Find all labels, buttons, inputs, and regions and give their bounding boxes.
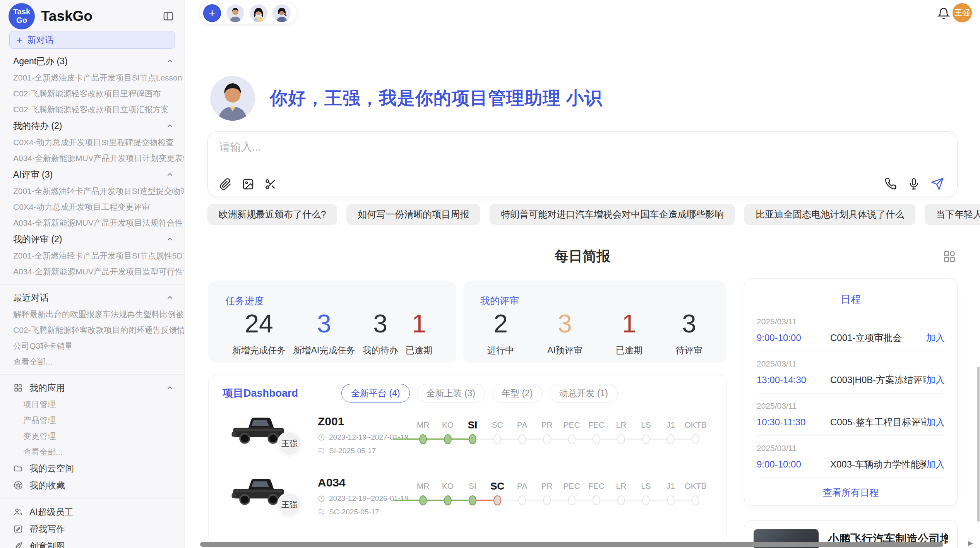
- list-item[interactable]: C0X4-动力总成开发项目工程变更评审: [0, 199, 184, 215]
- dashboard-title: 项目Dashboard: [223, 386, 298, 400]
- join-button[interactable]: 加入: [926, 458, 945, 471]
- list-item[interactable]: A034-全新新能源MUV产品开发项目造型可行性评审: [0, 264, 184, 279]
- vertical-scrollbar[interactable]: [977, 367, 980, 522]
- milestone-dot: [419, 434, 427, 444]
- view-all-recent[interactable]: 查看全部...: [0, 354, 184, 370]
- tab-all-new-platform[interactable]: 全新平台 (4): [341, 384, 410, 402]
- scroll-right-arrow[interactable]: ▶: [968, 539, 973, 547]
- collapse-sidebar-icon[interactable]: [163, 10, 174, 22]
- image-icon[interactable]: [242, 178, 254, 190]
- event-title: C001-立项审批会: [830, 332, 926, 344]
- view-all-schedule[interactable]: 查看所有日程: [757, 478, 945, 499]
- section-header-my-review[interactable]: 我的评审 (2): [0, 231, 184, 248]
- sidebar-item-my-apps[interactable]: 我的应用: [0, 379, 184, 396]
- suggestion-chip[interactable]: 欧洲新规最近颁布了什么?: [207, 204, 337, 225]
- user-avatar[interactable]: 王强: [953, 3, 972, 22]
- project-row-z001[interactable]: 王强 Z001 2023-12-19~2027-01-19 SI-2025-05…: [209, 411, 726, 472]
- attachment-icon[interactable]: [219, 178, 232, 190]
- milestone-fec: FEC: [584, 479, 609, 505]
- new-chat-button[interactable]: + 新对话: [9, 31, 175, 49]
- section-header-recent[interactable]: 最近对话: [0, 289, 184, 306]
- agent-avatar-3[interactable]: [273, 4, 291, 22]
- view-all-apps[interactable]: 查看全部...: [0, 444, 184, 460]
- write-icon: [13, 524, 23, 534]
- list-item[interactable]: 解释最新出台的欧盟报废车法规再生塑料比例被调至15%...: [0, 306, 184, 322]
- sidebar-item-ai-super-staff[interactable]: AI超级员工: [0, 503, 184, 521]
- sidebar-item-creative-draw[interactable]: 创意制图: [0, 538, 184, 548]
- stat-value: 24: [232, 309, 286, 338]
- schedule-event: 2025/03/11 9:00-10:00 X003-车辆动力学性能验... 加…: [757, 436, 945, 478]
- mic-icon[interactable]: [908, 178, 920, 190]
- sidebar-item-product-mgmt[interactable]: 产品管理: [0, 412, 184, 428]
- agent-avatar-1[interactable]: [226, 4, 244, 22]
- chevron-up-icon[interactable]: [166, 384, 174, 392]
- stat-label: 新增AI完成任务: [293, 344, 355, 356]
- list-item[interactable]: Z001-全新燃油轻卡产品开发项目SI节点属性5D文件评审: [0, 248, 184, 264]
- event-title: C005-整车工程目标评审: [830, 416, 926, 428]
- milestone-sc: SC: [485, 479, 510, 505]
- layout-grid-icon[interactable]: [942, 249, 957, 264]
- milestone-dot: [543, 434, 551, 444]
- chat-input[interactable]: [219, 141, 946, 153]
- chevron-up-icon[interactable]: [166, 293, 174, 302]
- join-button[interactable]: 加入: [926, 374, 945, 386]
- event-title: C003|H0B-方案冻结评审: [830, 374, 926, 386]
- divider: [0, 284, 184, 284]
- milestone-dot: [568, 434, 576, 444]
- tab-year-model[interactable]: 年型 (2): [492, 384, 543, 402]
- chevron-up-icon[interactable]: [166, 235, 174, 243]
- milestone-dot: [667, 434, 675, 444]
- section-header-my-todo[interactable]: 我的待办 (2): [0, 117, 184, 134]
- chat-input-box: [207, 131, 958, 197]
- chevron-up-icon[interactable]: [166, 170, 174, 179]
- milestone-dot: [444, 495, 452, 505]
- list-item[interactable]: Z001-全新燃油轻卡产品开发项目SI造型提交物评审: [0, 183, 184, 199]
- send-icon[interactable]: [931, 177, 944, 190]
- section-title: 我的应用: [29, 382, 65, 394]
- project-rows: 王强 Z001 2023-12-19~2027-01-19 SI-2025-05…: [209, 411, 726, 543]
- project-date-range: 2023-12-19~2026-01-19: [318, 494, 408, 503]
- tab-new-upfit[interactable]: 全新上装 (3): [417, 384, 485, 402]
- list-item[interactable]: C02-飞腾新能源轻客改款项目的闭环通告反馈情况: [0, 322, 184, 338]
- milestone-dot: [593, 495, 600, 505]
- suggestion-chip[interactable]: 当下年轻人对汽车外观有怎样的喜好趋势: [925, 204, 980, 225]
- milestone-dot: [568, 495, 576, 505]
- list-item[interactable]: C02-飞腾新能源轻客改款项目立项汇报方案: [0, 101, 184, 117]
- scissors-icon[interactable]: [264, 178, 277, 190]
- sidebar-item-help-write[interactable]: 帮我写作: [0, 521, 184, 538]
- suggestion-chip[interactable]: 如何写一份清晰的项目周报: [346, 204, 480, 225]
- sidebar-item-project-mgmt[interactable]: 项目管理: [0, 396, 184, 412]
- list-item[interactable]: 公司Q3轻卡销量: [0, 338, 184, 354]
- section-header-ai-review[interactable]: AI评审 (3): [0, 166, 184, 183]
- bell-icon[interactable]: [937, 7, 950, 20]
- list-item[interactable]: A034-全新新能源MUV产品开发项目法规符合性评审: [0, 215, 184, 231]
- list-item[interactable]: A034-全新新能源MUV产品开发项目计划变更表编写: [0, 150, 184, 166]
- list-item[interactable]: C02-飞腾新能源轻客改款项目里程碑画布: [0, 86, 184, 101]
- add-agent-button[interactable]: +: [203, 4, 221, 22]
- sidebar-item-cloud-space[interactable]: 我的云空间: [0, 460, 184, 477]
- tab-powertrain-dev[interactable]: 动总开发 (1): [550, 384, 618, 402]
- sidebar-item-change-mgmt[interactable]: 变更管理: [0, 428, 184, 444]
- suggestion-chip[interactable]: 特朗普可能对进口汽车增税会对中国车企造成哪些影响: [490, 204, 735, 225]
- join-button[interactable]: 加入: [926, 332, 945, 344]
- join-button[interactable]: 加入: [926, 416, 945, 428]
- milestone-dot: [692, 434, 699, 444]
- owner-badge: 王强: [277, 492, 302, 517]
- section-header-agent-done[interactable]: Agent已办 (3): [0, 53, 184, 70]
- phone-icon[interactable]: [884, 178, 897, 190]
- agent-avatar-2[interactable]: [250, 4, 267, 22]
- event-date: 2025/03/11: [757, 359, 945, 368]
- app-logo: Task Go: [9, 3, 35, 29]
- suggestion-chip[interactable]: 比亚迪全固态电池计划具体说了什么: [744, 204, 915, 225]
- project-row-a034[interactable]: 王强 A034 2023-12-19~2026-01-19 SC-2025-05…: [209, 472, 726, 533]
- list-item[interactable]: C0X4-动力总成开发项目SI里程碑提交物检查: [0, 134, 184, 150]
- chevron-up-icon[interactable]: [166, 57, 174, 65]
- sidebar-item-favorites[interactable]: 我的收藏: [0, 477, 184, 494]
- list-item[interactable]: Z001-全新燃油皮卡产品开发项目SI节点Lesson Learn报告: [0, 70, 184, 86]
- stat-value: 1: [406, 309, 432, 338]
- event-time: 9:00-10:00: [757, 332, 830, 343]
- dashboard-tabs: 全新平台 (4) 全新上装 (3) 年型 (2) 动总开发 (1): [341, 384, 618, 402]
- horizontal-scrollbar[interactable]: [200, 542, 943, 547]
- chevron-up-icon[interactable]: [166, 122, 174, 130]
- quill-icon: [13, 541, 23, 548]
